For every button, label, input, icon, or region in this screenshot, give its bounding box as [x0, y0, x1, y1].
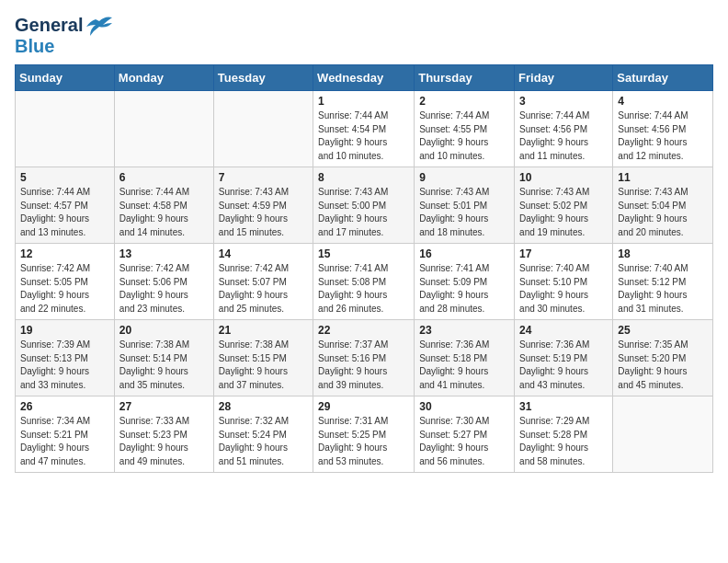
day-number: 24 — [519, 324, 608, 337]
day-info: Sunrise: 7:42 AM Sunset: 5:05 PM Dayligh… — [20, 262, 109, 316]
day-info: Sunrise: 7:44 AM Sunset: 4:54 PM Dayligh… — [318, 109, 409, 163]
day-info: Sunrise: 7:44 AM Sunset: 4:57 PM Dayligh… — [20, 186, 109, 239]
calendar-table: SundayMondayTuesdayWednesdayThursdayFrid… — [15, 64, 713, 473]
day-cell: 11Sunrise: 7:43 AM Sunset: 5:04 PM Dayli… — [613, 167, 713, 244]
weekday-header-tuesday: Tuesday — [213, 65, 313, 91]
day-number: 10 — [519, 171, 608, 184]
day-cell: 29Sunrise: 7:31 AM Sunset: 5:25 PM Dayli… — [313, 396, 415, 473]
day-info: Sunrise: 7:44 AM Sunset: 4:55 PM Dayligh… — [419, 109, 509, 163]
day-number: 5 — [20, 171, 109, 184]
week-row-4: 26Sunrise: 7:34 AM Sunset: 5:21 PM Dayli… — [16, 396, 713, 473]
day-number: 27 — [119, 400, 209, 413]
logo-blue: Blue — [15, 36, 54, 56]
day-number: 15 — [318, 247, 409, 260]
day-info: Sunrise: 7:29 AM Sunset: 5:28 PM Dayligh… — [519, 415, 608, 468]
day-cell: 4Sunrise: 7:44 AM Sunset: 4:56 PM Daylig… — [613, 91, 713, 167]
day-info: Sunrise: 7:31 AM Sunset: 5:25 PM Dayligh… — [318, 415, 409, 468]
day-number: 19 — [20, 324, 109, 337]
day-number: 28 — [219, 400, 308, 413]
weekday-header-saturday: Saturday — [613, 65, 713, 91]
day-info: Sunrise: 7:38 AM Sunset: 5:14 PM Dayligh… — [119, 339, 209, 392]
day-info: Sunrise: 7:38 AM Sunset: 5:15 PM Dayligh… — [219, 339, 308, 392]
day-info: Sunrise: 7:36 AM Sunset: 5:18 PM Dayligh… — [419, 339, 509, 392]
day-number: 11 — [618, 171, 708, 184]
day-info: Sunrise: 7:30 AM Sunset: 5:27 PM Dayligh… — [419, 415, 509, 468]
day-number: 16 — [419, 247, 509, 260]
weekday-header-monday: Monday — [114, 65, 213, 91]
weekday-header-friday: Friday — [515, 65, 613, 91]
day-cell — [613, 396, 713, 473]
day-info: Sunrise: 7:40 AM Sunset: 5:10 PM Dayligh… — [519, 262, 608, 316]
calendar-body: 1Sunrise: 7:44 AM Sunset: 4:54 PM Daylig… — [16, 91, 713, 473]
day-number: 7 — [219, 171, 308, 184]
day-number: 25 — [618, 324, 708, 337]
logo: General Blue — [15, 15, 112, 57]
week-row-3: 19Sunrise: 7:39 AM Sunset: 5:13 PM Dayli… — [16, 320, 713, 396]
day-cell: 8Sunrise: 7:43 AM Sunset: 5:00 PM Daylig… — [313, 167, 415, 244]
day-info: Sunrise: 7:39 AM Sunset: 5:13 PM Dayligh… — [20, 339, 109, 392]
day-number: 23 — [419, 324, 509, 337]
weekday-header-wednesday: Wednesday — [313, 65, 415, 91]
day-info: Sunrise: 7:43 AM Sunset: 5:00 PM Dayligh… — [318, 186, 409, 239]
day-number: 30 — [419, 400, 509, 413]
day-cell: 23Sunrise: 7:36 AM Sunset: 5:18 PM Dayli… — [415, 320, 515, 396]
day-number: 4 — [618, 95, 708, 108]
day-number: 12 — [20, 247, 109, 260]
day-number: 1 — [318, 95, 409, 108]
day-info: Sunrise: 7:43 AM Sunset: 4:59 PM Dayligh… — [219, 186, 308, 239]
day-cell: 9Sunrise: 7:43 AM Sunset: 5:01 PM Daylig… — [415, 167, 515, 244]
day-cell: 7Sunrise: 7:43 AM Sunset: 4:59 PM Daylig… — [213, 167, 313, 244]
day-cell — [114, 91, 213, 167]
day-cell: 18Sunrise: 7:40 AM Sunset: 5:12 PM Dayli… — [613, 244, 713, 320]
day-info: Sunrise: 7:41 AM Sunset: 5:08 PM Dayligh… — [318, 262, 409, 316]
day-number: 18 — [618, 247, 708, 260]
day-info: Sunrise: 7:43 AM Sunset: 5:02 PM Dayligh… — [519, 186, 608, 239]
day-cell: 26Sunrise: 7:34 AM Sunset: 5:21 PM Dayli… — [16, 396, 115, 473]
day-number: 21 — [219, 324, 308, 337]
day-number: 9 — [419, 171, 509, 184]
day-cell: 16Sunrise: 7:41 AM Sunset: 5:09 PM Dayli… — [415, 244, 515, 320]
day-cell: 15Sunrise: 7:41 AM Sunset: 5:08 PM Dayli… — [313, 244, 415, 320]
day-number: 20 — [119, 324, 209, 337]
day-info: Sunrise: 7:33 AM Sunset: 5:23 PM Dayligh… — [119, 415, 209, 468]
week-row-2: 12Sunrise: 7:42 AM Sunset: 5:05 PM Dayli… — [16, 244, 713, 320]
day-info: Sunrise: 7:37 AM Sunset: 5:16 PM Dayligh… — [318, 339, 409, 392]
day-cell: 10Sunrise: 7:43 AM Sunset: 5:02 PM Dayli… — [515, 167, 613, 244]
day-number: 17 — [519, 247, 608, 260]
day-info: Sunrise: 7:44 AM Sunset: 4:56 PM Dayligh… — [618, 109, 708, 163]
day-cell: 21Sunrise: 7:38 AM Sunset: 5:15 PM Dayli… — [213, 320, 313, 396]
day-info: Sunrise: 7:43 AM Sunset: 5:01 PM Dayligh… — [419, 186, 509, 239]
day-number: 6 — [119, 171, 209, 184]
week-row-0: 1Sunrise: 7:44 AM Sunset: 4:54 PM Daylig… — [16, 91, 713, 167]
day-info: Sunrise: 7:41 AM Sunset: 5:09 PM Dayligh… — [419, 262, 509, 316]
day-cell: 2Sunrise: 7:44 AM Sunset: 4:55 PM Daylig… — [415, 91, 515, 167]
day-cell: 5Sunrise: 7:44 AM Sunset: 4:57 PM Daylig… — [16, 167, 115, 244]
day-cell: 28Sunrise: 7:32 AM Sunset: 5:24 PM Dayli… — [213, 396, 313, 473]
calendar-header: SundayMondayTuesdayWednesdayThursdayFrid… — [16, 65, 713, 91]
day-cell: 24Sunrise: 7:36 AM Sunset: 5:19 PM Dayli… — [515, 320, 613, 396]
week-row-1: 5Sunrise: 7:44 AM Sunset: 4:57 PM Daylig… — [16, 167, 713, 244]
day-cell: 3Sunrise: 7:44 AM Sunset: 4:56 PM Daylig… — [515, 91, 613, 167]
day-cell — [16, 91, 115, 167]
day-cell: 1Sunrise: 7:44 AM Sunset: 4:54 PM Daylig… — [313, 91, 415, 167]
day-cell: 13Sunrise: 7:42 AM Sunset: 5:06 PM Dayli… — [114, 244, 213, 320]
day-cell: 30Sunrise: 7:30 AM Sunset: 5:27 PM Dayli… — [415, 396, 515, 473]
day-cell: 19Sunrise: 7:39 AM Sunset: 5:13 PM Dayli… — [16, 320, 115, 396]
day-cell: 27Sunrise: 7:33 AM Sunset: 5:23 PM Dayli… — [114, 396, 213, 473]
day-cell: 14Sunrise: 7:42 AM Sunset: 5:07 PM Dayli… — [213, 244, 313, 320]
day-number: 29 — [318, 400, 409, 413]
day-number: 22 — [318, 324, 409, 337]
day-cell: 25Sunrise: 7:35 AM Sunset: 5:20 PM Dayli… — [613, 320, 713, 396]
day-number: 26 — [20, 400, 109, 413]
weekday-header-sunday: Sunday — [16, 65, 115, 91]
day-info: Sunrise: 7:43 AM Sunset: 5:04 PM Dayligh… — [618, 186, 708, 239]
day-info: Sunrise: 7:44 AM Sunset: 4:58 PM Dayligh… — [119, 186, 209, 239]
day-cell: 12Sunrise: 7:42 AM Sunset: 5:05 PM Dayli… — [16, 244, 115, 320]
page-header: General Blue — [15, 15, 713, 57]
day-info: Sunrise: 7:42 AM Sunset: 5:07 PM Dayligh… — [219, 262, 308, 316]
weekday-header-thursday: Thursday — [415, 65, 515, 91]
day-number: 31 — [519, 400, 608, 413]
day-info: Sunrise: 7:32 AM Sunset: 5:24 PM Dayligh… — [219, 415, 308, 468]
day-info: Sunrise: 7:34 AM Sunset: 5:21 PM Dayligh… — [20, 415, 109, 468]
day-number: 13 — [119, 247, 209, 260]
